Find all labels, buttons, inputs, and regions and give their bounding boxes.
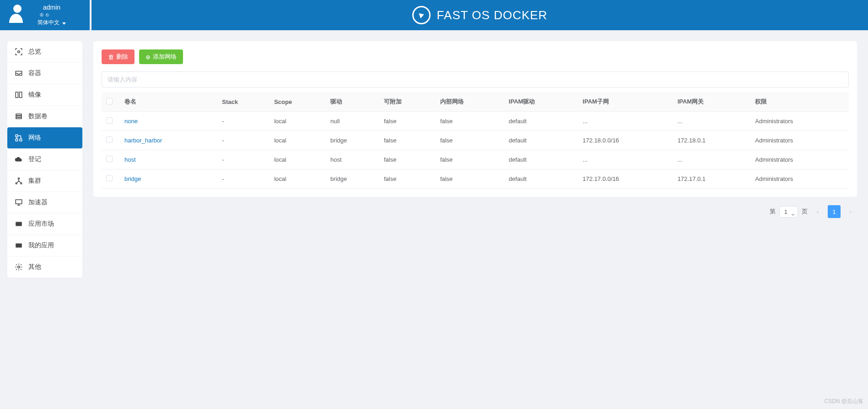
user-icon[interactable]: ♔ [39, 12, 46, 17]
cell-ipam-driver: default [504, 150, 578, 169]
svg-rect-7 [20, 139, 22, 141]
network-name-link[interactable]: bridge [124, 175, 141, 182]
gear-icon [15, 263, 23, 271]
page-select[interactable]: 1 [779, 206, 798, 218]
svg-rect-2 [20, 92, 22, 98]
row-checkbox[interactable] [106, 156, 113, 162]
sidebar-item-gear[interactable]: 其他 [7, 256, 82, 278]
svg-rect-8 [16, 139, 18, 141]
cell-scope: local [270, 169, 326, 189]
column-header: IPAM驱动 [504, 92, 578, 112]
row-checkbox[interactable] [106, 136, 113, 143]
column-header: 卷名 [120, 92, 217, 112]
network-name-link[interactable]: host [124, 156, 136, 163]
pager-prefix: 第 [770, 207, 776, 216]
cluster-icon [15, 177, 23, 185]
scan-icon [15, 48, 23, 56]
next-page-button[interactable]: › [844, 205, 857, 218]
page-number[interactable]: 1 [828, 205, 841, 218]
cell-driver: null [326, 112, 379, 131]
network-table: 卷名StackScope驱动可附加内部网络IPAM驱动IPAM子网IPAM网关权… [102, 92, 849, 189]
sidebar-item-network[interactable]: 网络 [7, 127, 82, 149]
table-row: bridge-localbridgefalsefalsedefault172.1… [102, 169, 849, 189]
myapp-icon [15, 241, 23, 250]
sidebar-item-label: 网络 [28, 134, 41, 142]
sidebar-item-scan[interactable]: 总览 [7, 41, 82, 63]
svg-rect-12 [16, 200, 22, 204]
logo-icon [412, 6, 431, 24]
column-header: 权限 [750, 92, 849, 112]
user-action-icons[interactable]: ♔⎋ [39, 12, 51, 18]
cell-internal: false [436, 112, 504, 131]
column-header: Scope [270, 92, 326, 112]
prev-page-button[interactable]: ‹ [811, 205, 824, 218]
cell-attachable: false [379, 169, 436, 189]
cell-scope: local [270, 150, 326, 169]
cell-ipam-driver: default [504, 169, 578, 189]
cell-permission: Administrators [750, 131, 849, 150]
mirror-icon [15, 91, 23, 99]
pagination: 第 1 页 ‹ 1 › [93, 205, 857, 218]
cell-ipam-subnet: ... [578, 150, 673, 169]
cell-ipam-subnet: 172.17.0.0/16 [578, 169, 673, 189]
sidebar-item-label: 加速器 [28, 198, 48, 207]
column-header: IPAM子网 [578, 92, 673, 112]
cell-ipam-gateway: 172.17.0.1 [673, 169, 751, 189]
sidebar-item-monitor[interactable]: 加速器 [7, 192, 82, 213]
cell-driver: bridge [326, 131, 379, 150]
svg-rect-13 [16, 222, 22, 226]
select-all-checkbox[interactable] [106, 98, 113, 104]
search-input[interactable] [102, 71, 849, 87]
plus-icon: ⊕ [146, 54, 151, 60]
chevron-down-icon [791, 211, 795, 218]
cell-ipam-gateway: ... [673, 112, 751, 131]
svg-point-15 [18, 266, 20, 268]
svg-point-0 [18, 51, 20, 53]
cell-permission: Administrators [750, 169, 849, 189]
add-label: 添加网络 [153, 53, 177, 61]
main-panel: 🗑 删除 ⊕ 添加网络 卷名StackScope驱动可附加内部网络IPAM驱动I… [93, 41, 857, 197]
header-brand: FAST OS DOCKER [92, 0, 868, 30]
sidebar-item-myapp[interactable]: 我的应用 [7, 235, 82, 256]
sidebar-item-label: 应用市场 [28, 220, 54, 228]
sidebar-item-mirror[interactable]: 镜像 [7, 84, 82, 106]
sidebar-item-cluster[interactable]: 集群 [7, 170, 82, 192]
cell-attachable: false [379, 112, 436, 131]
delete-button[interactable]: 🗑 删除 [102, 49, 135, 64]
cell-ipam-gateway: 172.18.0.1 [673, 131, 751, 150]
row-checkbox[interactable] [106, 117, 113, 124]
cell-scope: local [270, 131, 326, 150]
cell-permission: Administrators [750, 150, 849, 169]
trash-icon: 🗑 [108, 54, 114, 60]
row-checkbox[interactable] [106, 175, 113, 181]
pager-suffix: 页 [802, 207, 808, 216]
table-row: none-localnullfalsefalsedefault......Adm… [102, 112, 849, 131]
svg-rect-4 [16, 116, 22, 117]
network-name-link[interactable]: harbor_harbor [124, 137, 162, 144]
network-name-link[interactable]: none [124, 118, 138, 125]
network-icon [15, 134, 23, 142]
cell-permission: Administrators [750, 112, 849, 131]
sidebar-item-app[interactable]: 应用市场 [7, 213, 82, 235]
header-user-panel: admin ♔⎋ 简体中文 [0, 0, 90, 30]
sidebar-item-inbox[interactable]: 容器 [7, 63, 82, 84]
cell-internal: false [436, 150, 504, 169]
sidebar-item-database[interactable]: 数据卷 [7, 106, 82, 127]
cell-internal: false [436, 169, 504, 189]
add-network-button[interactable]: ⊕ 添加网络 [139, 49, 183, 64]
monitor-icon [15, 198, 23, 207]
app-icon [15, 220, 23, 228]
language-selector[interactable]: 简体中文 [38, 19, 66, 27]
svg-rect-6 [16, 135, 18, 137]
cell-stack: - [217, 112, 270, 131]
logout-icon[interactable]: ⎋ [46, 12, 51, 17]
table-row: host-localhostfalsefalsedefault......Adm… [102, 150, 849, 169]
page-select-value: 1 [784, 208, 787, 215]
inbox-icon [15, 69, 23, 77]
svg-rect-5 [16, 117, 22, 119]
sidebar: 总览容器镜像数据卷网络登记集群加速器应用市场我的应用其他 [0, 30, 90, 278]
sidebar-item-cloud[interactable]: 登记 [7, 149, 82, 170]
svg-point-9 [18, 178, 20, 179]
cell-ipam-driver: default [504, 112, 578, 131]
delete-label: 删除 [116, 53, 128, 61]
